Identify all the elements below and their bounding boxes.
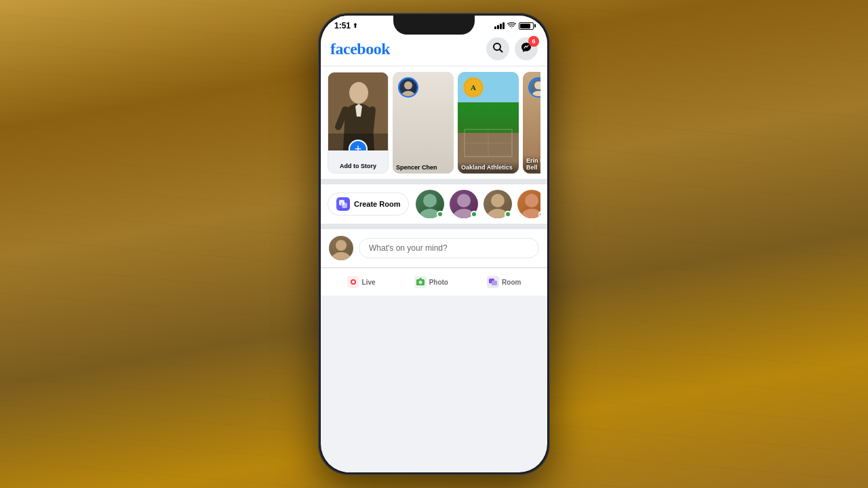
photo-icon	[414, 276, 427, 288]
svg-point-14	[457, 194, 471, 207]
story-spencer-name: Spencer Chen	[393, 161, 454, 174]
svg-point-22	[418, 281, 422, 284]
online-user-1[interactable]	[416, 190, 444, 218]
live-icon	[347, 276, 359, 288]
story-spencer-image: Spencer Chen	[393, 72, 454, 174]
phone-wrapper: 1:51 ⬆	[319, 14, 549, 474]
create-room-button[interactable]: Create Room	[328, 192, 409, 216]
battery-fill	[520, 24, 530, 28]
svg-point-9	[534, 81, 540, 89]
signal-bar-2	[497, 25, 499, 29]
online-user-4-avatar	[517, 190, 540, 218]
story-erin-avatar	[528, 77, 540, 98]
online-indicator-3	[505, 211, 511, 218]
online-user-4[interactable]	[517, 190, 540, 218]
add-story-label: Add to Story	[328, 150, 388, 172]
whats-on-mind-input[interactable]: What's on your mind?	[359, 238, 539, 258]
rooms-row: Create Room	[321, 184, 547, 229]
spencer-avatar-image	[399, 79, 417, 96]
story-oakland-athletics[interactable]: A Oakland Athletics	[458, 72, 519, 174]
svg-point-3	[349, 82, 368, 104]
messenger-button[interactable]: 6	[515, 37, 538, 60]
status-time: 1:51 ⬆	[334, 21, 358, 30]
signal-bars-icon	[494, 22, 505, 29]
time-display: 1:51	[334, 21, 351, 30]
svg-rect-24	[492, 281, 497, 285]
online-user-3[interactable]	[484, 190, 512, 218]
story-athletics-image: A Oakland Athletics	[458, 72, 519, 174]
online-users-list	[416, 190, 540, 218]
story-spencer-avatar	[398, 77, 418, 98]
create-room-label: Create Room	[354, 200, 400, 208]
battery-icon	[519, 22, 534, 30]
search-button[interactable]	[486, 37, 509, 60]
svg-point-15	[491, 194, 505, 207]
svg-point-16	[525, 194, 538, 207]
photo-action-label: Photo	[429, 279, 448, 286]
stories-row: + Add to Story	[328, 72, 540, 174]
room-action-button[interactable]: Room	[481, 272, 526, 291]
story-erin-image: Erin Lei Bell	[523, 72, 540, 174]
status-icons	[494, 22, 534, 30]
story-erin-name: Erin Lei Bell	[523, 155, 540, 174]
story-spencer-chen[interactable]: Spencer Chen	[393, 72, 454, 174]
signal-bar-1	[494, 26, 496, 29]
online-indicator-4	[538, 211, 540, 218]
online-user-2[interactable]	[450, 190, 478, 218]
story-athletics-avatar: A	[463, 77, 484, 98]
phone-screen: 1:51 ⬆	[321, 16, 547, 472]
signal-bar-3	[500, 24, 502, 29]
svg-point-20	[352, 281, 355, 283]
add-to-story-card[interactable]: + Add to Story	[328, 72, 389, 174]
room-icon	[487, 276, 499, 288]
online-indicator-1	[437, 211, 443, 218]
whats-on-mind-placeholder: What's on your mind?	[369, 243, 448, 253]
current-user-avatar	[329, 236, 353, 260]
signal-bar-4	[502, 22, 505, 29]
room-action-label: Room	[502, 279, 521, 286]
phone-notch	[393, 16, 475, 35]
story-erin-bell[interactable]: Erin Lei Bell	[523, 72, 540, 174]
facebook-logo: facebook	[330, 40, 390, 58]
whats-on-mind-section: What's on your mind?	[321, 229, 547, 268]
location-icon: ⬆	[353, 22, 358, 29]
header-icons: 6	[486, 37, 538, 60]
svg-point-5	[404, 81, 412, 89]
erin-avatar-image	[530, 79, 540, 96]
wifi-icon	[507, 22, 516, 30]
app-header: facebook	[321, 33, 547, 66]
stories-section: + Add to Story	[321, 66, 547, 184]
svg-point-18	[336, 240, 347, 251]
messenger-badge: 6	[528, 36, 539, 47]
live-action-label: Live	[362, 279, 376, 286]
phone-device: 1:51 ⬆	[319, 14, 549, 474]
photo-action-button[interactable]: Photo	[409, 272, 454, 291]
search-icon	[492, 42, 503, 56]
svg-rect-11	[342, 203, 347, 208]
create-room-icon	[336, 197, 350, 211]
svg-line-1	[500, 49, 502, 52]
story-athletics-name: Oakland Athletics	[458, 161, 519, 174]
live-action-button[interactable]: Live	[342, 272, 381, 291]
athletics-logo: A	[465, 79, 482, 96]
svg-point-13	[423, 194, 437, 207]
story-add-image: +	[328, 73, 388, 150]
post-actions-bar: Live Photo	[321, 268, 547, 296]
online-indicator-2	[471, 211, 477, 218]
